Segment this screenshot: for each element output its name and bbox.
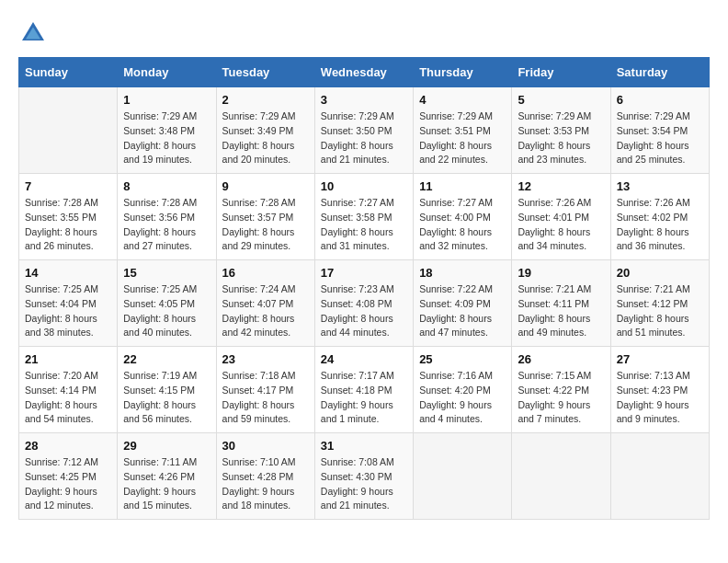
weekday-header-row: SundayMondayTuesdayWednesdayThursdayFrid…	[19, 58, 710, 87]
day-info: Sunrise: 7:11 AMSunset: 4:26 PMDaylight:…	[123, 455, 210, 513]
day-number: 30	[222, 439, 309, 453]
day-cell: 24Sunrise: 7:17 AMSunset: 4:18 PMDayligh…	[314, 347, 413, 433]
calendar-header: SundayMondayTuesdayWednesdayThursdayFrid…	[19, 58, 710, 87]
day-info: Sunrise: 7:25 AMSunset: 4:05 PMDaylight:…	[123, 282, 210, 340]
day-cell: 16Sunrise: 7:24 AMSunset: 4:07 PMDayligh…	[216, 260, 314, 347]
day-info: Sunrise: 7:28 AMSunset: 3:56 PMDaylight:…	[123, 196, 210, 254]
day-cell: 1Sunrise: 7:29 AMSunset: 3:48 PMDaylight…	[118, 87, 216, 174]
weekday-header-sunday: Sunday	[19, 58, 118, 87]
day-cell: 23Sunrise: 7:18 AMSunset: 4:17 PMDayligh…	[216, 347, 314, 433]
weekday-header-monday: Monday	[118, 58, 216, 87]
day-cell: 4Sunrise: 7:29 AMSunset: 3:51 PMDaylight…	[414, 87, 512, 174]
day-info: Sunrise: 7:12 AMSunset: 4:25 PMDaylight:…	[25, 455, 111, 513]
week-row-3: 14Sunrise: 7:25 AMSunset: 4:04 PMDayligh…	[19, 260, 710, 347]
day-cell: 9Sunrise: 7:28 AMSunset: 3:57 PMDaylight…	[216, 174, 314, 260]
day-number: 29	[123, 439, 210, 453]
day-info: Sunrise: 7:28 AMSunset: 3:57 PMDaylight:…	[222, 196, 309, 254]
day-cell: 25Sunrise: 7:16 AMSunset: 4:20 PMDayligh…	[414, 347, 512, 433]
day-cell: 3Sunrise: 7:29 AMSunset: 3:50 PMDaylight…	[314, 87, 413, 174]
day-cell: 15Sunrise: 7:25 AMSunset: 4:05 PMDayligh…	[118, 260, 216, 347]
day-number: 28	[25, 439, 111, 453]
weekday-header-saturday: Saturday	[610, 58, 709, 87]
day-number: 11	[419, 179, 506, 193]
day-cell: 10Sunrise: 7:27 AMSunset: 3:58 PMDayligh…	[314, 174, 413, 260]
day-info: Sunrise: 7:21 AMSunset: 4:12 PMDaylight:…	[617, 282, 703, 340]
day-number: 3	[321, 93, 407, 107]
day-cell: 8Sunrise: 7:28 AMSunset: 3:56 PMDaylight…	[118, 174, 216, 260]
day-number: 9	[222, 179, 309, 193]
day-info: Sunrise: 7:28 AMSunset: 3:55 PMDaylight:…	[25, 196, 111, 254]
day-cell: 21Sunrise: 7:20 AMSunset: 4:14 PMDayligh…	[19, 347, 118, 433]
day-cell: 29Sunrise: 7:11 AMSunset: 4:26 PMDayligh…	[118, 433, 216, 520]
day-cell: 30Sunrise: 7:10 AMSunset: 4:28 PMDayligh…	[216, 433, 314, 520]
day-info: Sunrise: 7:26 AMSunset: 4:02 PMDaylight:…	[617, 196, 703, 254]
day-info: Sunrise: 7:15 AMSunset: 4:22 PMDaylight:…	[518, 369, 604, 427]
day-number: 31	[321, 439, 407, 453]
day-number: 23	[222, 352, 309, 366]
day-number: 24	[321, 352, 407, 366]
day-cell: 31Sunrise: 7:08 AMSunset: 4:30 PMDayligh…	[314, 433, 413, 520]
day-number: 10	[321, 179, 407, 193]
day-info: Sunrise: 7:16 AMSunset: 4:20 PMDaylight:…	[419, 369, 506, 427]
day-cell: 22Sunrise: 7:19 AMSunset: 4:15 PMDayligh…	[118, 347, 216, 433]
day-number: 1	[123, 93, 210, 107]
day-cell: 17Sunrise: 7:23 AMSunset: 4:08 PMDayligh…	[314, 260, 413, 347]
day-number: 14	[25, 266, 111, 280]
day-number: 6	[617, 93, 703, 107]
day-number: 12	[518, 179, 604, 193]
weekday-header-thursday: Thursday	[414, 58, 512, 87]
day-cell: 5Sunrise: 7:29 AMSunset: 3:53 PMDaylight…	[512, 87, 610, 174]
day-number: 20	[617, 266, 703, 280]
day-info: Sunrise: 7:18 AMSunset: 4:17 PMDaylight:…	[222, 369, 309, 427]
logo	[18, 18, 51, 48]
day-info: Sunrise: 7:29 AMSunset: 3:53 PMDaylight:…	[518, 109, 604, 167]
week-row-4: 21Sunrise: 7:20 AMSunset: 4:14 PMDayligh…	[19, 347, 710, 433]
day-info: Sunrise: 7:24 AMSunset: 4:07 PMDaylight:…	[222, 282, 309, 340]
day-number: 26	[518, 352, 604, 366]
day-number: 15	[123, 266, 210, 280]
day-number: 17	[321, 266, 407, 280]
day-cell: 2Sunrise: 7:29 AMSunset: 3:49 PMDaylight…	[216, 87, 314, 174]
day-info: Sunrise: 7:29 AMSunset: 3:48 PMDaylight:…	[123, 109, 210, 167]
day-info: Sunrise: 7:29 AMSunset: 3:50 PMDaylight:…	[321, 109, 407, 167]
logo-icon	[18, 18, 48, 48]
day-info: Sunrise: 7:19 AMSunset: 4:15 PMDaylight:…	[123, 369, 210, 427]
day-cell: 6Sunrise: 7:29 AMSunset: 3:54 PMDaylight…	[610, 87, 709, 174]
day-info: Sunrise: 7:23 AMSunset: 4:08 PMDaylight:…	[321, 282, 407, 340]
day-info: Sunrise: 7:08 AMSunset: 4:30 PMDaylight:…	[321, 455, 407, 513]
day-info: Sunrise: 7:29 AMSunset: 3:51 PMDaylight:…	[419, 109, 506, 167]
day-cell: 11Sunrise: 7:27 AMSunset: 4:00 PMDayligh…	[414, 174, 512, 260]
weekday-header-friday: Friday	[512, 58, 610, 87]
day-info: Sunrise: 7:20 AMSunset: 4:14 PMDaylight:…	[25, 369, 111, 427]
day-cell: 18Sunrise: 7:22 AMSunset: 4:09 PMDayligh…	[414, 260, 512, 347]
day-cell	[19, 87, 118, 174]
day-number: 19	[518, 266, 604, 280]
day-cell: 27Sunrise: 7:13 AMSunset: 4:23 PMDayligh…	[610, 347, 709, 433]
day-number: 13	[617, 179, 703, 193]
day-number: 27	[617, 352, 703, 366]
day-number: 8	[123, 179, 210, 193]
weekday-header-wednesday: Wednesday	[314, 58, 413, 87]
calendar-table: SundayMondayTuesdayWednesdayThursdayFrid…	[18, 57, 710, 520]
week-row-5: 28Sunrise: 7:12 AMSunset: 4:25 PMDayligh…	[19, 433, 710, 520]
day-info: Sunrise: 7:29 AMSunset: 3:54 PMDaylight:…	[617, 109, 703, 167]
day-info: Sunrise: 7:29 AMSunset: 3:49 PMDaylight:…	[222, 109, 309, 167]
day-number: 21	[25, 352, 111, 366]
day-cell: 12Sunrise: 7:26 AMSunset: 4:01 PMDayligh…	[512, 174, 610, 260]
day-cell: 7Sunrise: 7:28 AMSunset: 3:55 PMDaylight…	[19, 174, 118, 260]
day-info: Sunrise: 7:17 AMSunset: 4:18 PMDaylight:…	[321, 369, 407, 427]
day-cell	[610, 433, 709, 520]
day-cell: 28Sunrise: 7:12 AMSunset: 4:25 PMDayligh…	[19, 433, 118, 520]
day-number: 22	[123, 352, 210, 366]
day-info: Sunrise: 7:10 AMSunset: 4:28 PMDaylight:…	[222, 455, 309, 513]
day-number: 18	[419, 266, 506, 280]
day-cell: 20Sunrise: 7:21 AMSunset: 4:12 PMDayligh…	[610, 260, 709, 347]
week-row-1: 1Sunrise: 7:29 AMSunset: 3:48 PMDaylight…	[19, 87, 710, 174]
day-number: 16	[222, 266, 309, 280]
day-info: Sunrise: 7:21 AMSunset: 4:11 PMDaylight:…	[518, 282, 604, 340]
day-cell: 26Sunrise: 7:15 AMSunset: 4:22 PMDayligh…	[512, 347, 610, 433]
week-row-2: 7Sunrise: 7:28 AMSunset: 3:55 PMDaylight…	[19, 174, 710, 260]
day-info: Sunrise: 7:27 AMSunset: 3:58 PMDaylight:…	[321, 196, 407, 254]
day-number: 5	[518, 93, 604, 107]
day-number: 7	[25, 179, 111, 193]
